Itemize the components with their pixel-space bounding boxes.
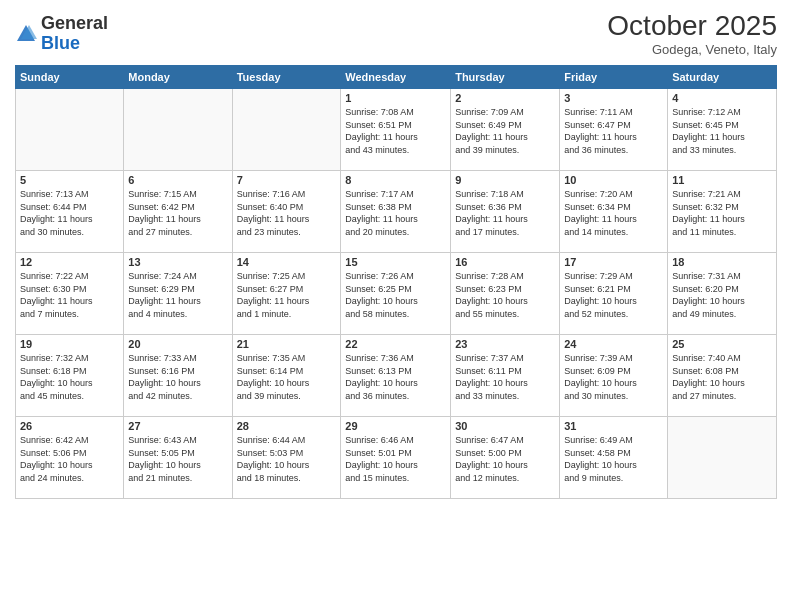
day-info: Sunrise: 7:08 AM Sunset: 6:51 PM Dayligh… [345,106,446,156]
calendar-cell: 1Sunrise: 7:08 AM Sunset: 6:51 PM Daylig… [341,89,451,171]
month-title: October 2025 [607,10,777,42]
calendar-cell: 31Sunrise: 6:49 AM Sunset: 4:58 PM Dayli… [560,417,668,499]
day-info: Sunrise: 7:36 AM Sunset: 6:13 PM Dayligh… [345,352,446,402]
weekday-header: Sunday [16,66,124,89]
calendar-table: SundayMondayTuesdayWednesdayThursdayFrid… [15,65,777,499]
day-info: Sunrise: 7:28 AM Sunset: 6:23 PM Dayligh… [455,270,555,320]
weekday-header: Tuesday [232,66,341,89]
logo-icon [15,23,37,45]
day-info: Sunrise: 6:43 AM Sunset: 5:05 PM Dayligh… [128,434,227,484]
calendar-week-row: 12Sunrise: 7:22 AM Sunset: 6:30 PM Dayli… [16,253,777,335]
day-number: 14 [237,256,337,268]
day-number: 7 [237,174,337,186]
location-subtitle: Godega, Veneto, Italy [607,42,777,57]
calendar-cell: 9Sunrise: 7:18 AM Sunset: 6:36 PM Daylig… [451,171,560,253]
calendar-cell: 18Sunrise: 7:31 AM Sunset: 6:20 PM Dayli… [668,253,777,335]
title-area: October 2025 Godega, Veneto, Italy [607,10,777,57]
day-info: Sunrise: 7:31 AM Sunset: 6:20 PM Dayligh… [672,270,772,320]
calendar-cell: 14Sunrise: 7:25 AM Sunset: 6:27 PM Dayli… [232,253,341,335]
weekday-header: Monday [124,66,232,89]
day-number: 8 [345,174,446,186]
day-info: Sunrise: 7:22 AM Sunset: 6:30 PM Dayligh… [20,270,119,320]
day-info: Sunrise: 7:35 AM Sunset: 6:14 PM Dayligh… [237,352,337,402]
day-info: Sunrise: 7:32 AM Sunset: 6:18 PM Dayligh… [20,352,119,402]
day-number: 30 [455,420,555,432]
calendar-cell: 19Sunrise: 7:32 AM Sunset: 6:18 PM Dayli… [16,335,124,417]
calendar-cell: 22Sunrise: 7:36 AM Sunset: 6:13 PM Dayli… [341,335,451,417]
day-info: Sunrise: 6:42 AM Sunset: 5:06 PM Dayligh… [20,434,119,484]
calendar-cell [232,89,341,171]
day-info: Sunrise: 7:29 AM Sunset: 6:21 PM Dayligh… [564,270,663,320]
calendar-cell [16,89,124,171]
day-info: Sunrise: 6:47 AM Sunset: 5:00 PM Dayligh… [455,434,555,484]
day-number: 18 [672,256,772,268]
day-number: 10 [564,174,663,186]
day-number: 21 [237,338,337,350]
calendar-cell: 2Sunrise: 7:09 AM Sunset: 6:49 PM Daylig… [451,89,560,171]
calendar-cell: 8Sunrise: 7:17 AM Sunset: 6:38 PM Daylig… [341,171,451,253]
day-number: 2 [455,92,555,104]
day-info: Sunrise: 7:11 AM Sunset: 6:47 PM Dayligh… [564,106,663,156]
day-number: 17 [564,256,663,268]
calendar-cell: 6Sunrise: 7:15 AM Sunset: 6:42 PM Daylig… [124,171,232,253]
day-number: 15 [345,256,446,268]
day-number: 31 [564,420,663,432]
day-number: 11 [672,174,772,186]
day-info: Sunrise: 7:33 AM Sunset: 6:16 PM Dayligh… [128,352,227,402]
day-info: Sunrise: 7:15 AM Sunset: 6:42 PM Dayligh… [128,188,227,238]
weekday-header: Friday [560,66,668,89]
calendar-cell: 10Sunrise: 7:20 AM Sunset: 6:34 PM Dayli… [560,171,668,253]
logo-general-text: General [41,13,108,33]
calendar-cell: 21Sunrise: 7:35 AM Sunset: 6:14 PM Dayli… [232,335,341,417]
weekday-header: Wednesday [341,66,451,89]
calendar-cell [124,89,232,171]
day-info: Sunrise: 6:46 AM Sunset: 5:01 PM Dayligh… [345,434,446,484]
day-info: Sunrise: 7:20 AM Sunset: 6:34 PM Dayligh… [564,188,663,238]
day-info: Sunrise: 7:21 AM Sunset: 6:32 PM Dayligh… [672,188,772,238]
calendar-cell: 5Sunrise: 7:13 AM Sunset: 6:44 PM Daylig… [16,171,124,253]
day-info: Sunrise: 7:18 AM Sunset: 6:36 PM Dayligh… [455,188,555,238]
day-info: Sunrise: 7:12 AM Sunset: 6:45 PM Dayligh… [672,106,772,156]
day-number: 27 [128,420,227,432]
day-number: 1 [345,92,446,104]
calendar-week-row: 5Sunrise: 7:13 AM Sunset: 6:44 PM Daylig… [16,171,777,253]
day-number: 13 [128,256,227,268]
day-number: 28 [237,420,337,432]
logo-blue-text: Blue [41,33,80,53]
day-number: 29 [345,420,446,432]
calendar-cell: 17Sunrise: 7:29 AM Sunset: 6:21 PM Dayli… [560,253,668,335]
day-info: Sunrise: 7:37 AM Sunset: 6:11 PM Dayligh… [455,352,555,402]
day-number: 12 [20,256,119,268]
day-info: Sunrise: 7:09 AM Sunset: 6:49 PM Dayligh… [455,106,555,156]
page-header: General Blue October 2025 Godega, Veneto… [15,10,777,57]
day-number: 5 [20,174,119,186]
calendar-week-row: 19Sunrise: 7:32 AM Sunset: 6:18 PM Dayli… [16,335,777,417]
calendar-cell: 7Sunrise: 7:16 AM Sunset: 6:40 PM Daylig… [232,171,341,253]
calendar-cell: 30Sunrise: 6:47 AM Sunset: 5:00 PM Dayli… [451,417,560,499]
day-info: Sunrise: 7:26 AM Sunset: 6:25 PM Dayligh… [345,270,446,320]
calendar-cell: 3Sunrise: 7:11 AM Sunset: 6:47 PM Daylig… [560,89,668,171]
calendar-cell: 15Sunrise: 7:26 AM Sunset: 6:25 PM Dayli… [341,253,451,335]
calendar-cell: 24Sunrise: 7:39 AM Sunset: 6:09 PM Dayli… [560,335,668,417]
calendar-cell: 28Sunrise: 6:44 AM Sunset: 5:03 PM Dayli… [232,417,341,499]
calendar-cell: 12Sunrise: 7:22 AM Sunset: 6:30 PM Dayli… [16,253,124,335]
weekday-header-row: SundayMondayTuesdayWednesdayThursdayFrid… [16,66,777,89]
day-number: 4 [672,92,772,104]
calendar-cell: 25Sunrise: 7:40 AM Sunset: 6:08 PM Dayli… [668,335,777,417]
calendar-week-row: 1Sunrise: 7:08 AM Sunset: 6:51 PM Daylig… [16,89,777,171]
calendar-cell: 13Sunrise: 7:24 AM Sunset: 6:29 PM Dayli… [124,253,232,335]
calendar-cell: 23Sunrise: 7:37 AM Sunset: 6:11 PM Dayli… [451,335,560,417]
calendar-cell: 29Sunrise: 6:46 AM Sunset: 5:01 PM Dayli… [341,417,451,499]
day-number: 3 [564,92,663,104]
calendar-cell [668,417,777,499]
day-number: 16 [455,256,555,268]
calendar-week-row: 26Sunrise: 6:42 AM Sunset: 5:06 PM Dayli… [16,417,777,499]
day-number: 26 [20,420,119,432]
day-info: Sunrise: 7:17 AM Sunset: 6:38 PM Dayligh… [345,188,446,238]
day-info: Sunrise: 7:40 AM Sunset: 6:08 PM Dayligh… [672,352,772,402]
day-number: 9 [455,174,555,186]
day-number: 19 [20,338,119,350]
weekday-header: Thursday [451,66,560,89]
logo: General Blue [15,14,108,54]
calendar-cell: 4Sunrise: 7:12 AM Sunset: 6:45 PM Daylig… [668,89,777,171]
